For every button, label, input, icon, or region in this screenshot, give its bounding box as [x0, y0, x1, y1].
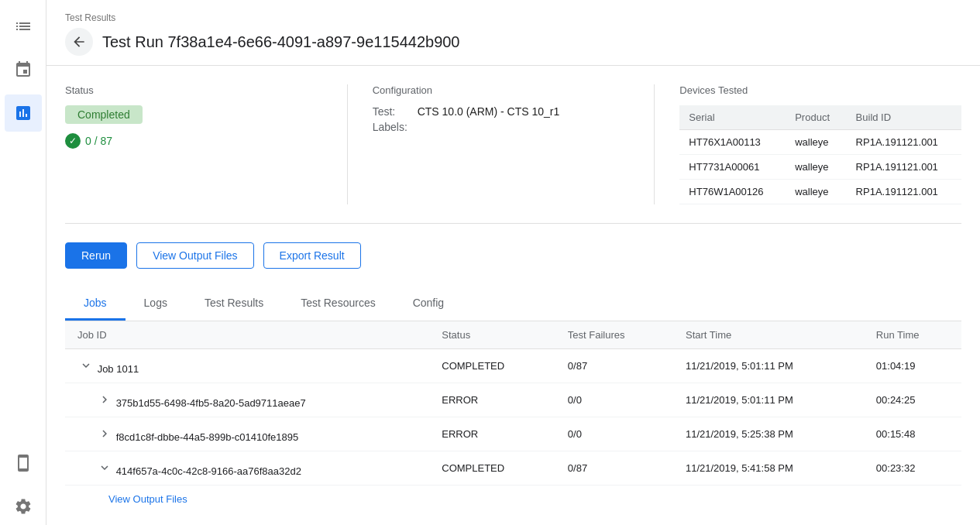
devices-label: Devices Tested — [679, 84, 961, 96]
job-start-time: 11/21/2019, 5:01:11 PM — [673, 349, 864, 383]
config-block: Configuration Test: CTS 10.0 (ARM) - CTS… — [347, 84, 655, 204]
job-id-cell: 375b1d55-6498-4fb5-8a20-5ad9711aeae7 — [65, 383, 429, 417]
status-block: Status Completed ✓ 0 / 87 — [65, 84, 347, 204]
job-run-time: 01:04:19 — [864, 349, 961, 383]
pass-icon: ✓ — [65, 133, 81, 149]
devices-block: Devices Tested Serial Product Build ID H… — [654, 84, 961, 204]
job-status: ERROR — [429, 417, 555, 451]
jobs-col-id: Job ID — [65, 321, 429, 349]
job-start-time: 11/21/2019, 5:41:58 PM — [673, 451, 864, 486]
tab-config[interactable]: Config — [394, 287, 462, 321]
job-status: COMPLETED — [429, 349, 555, 383]
job-id: 375b1d55-6498-4fb5-8a20-5ad9711aeae7 — [116, 397, 306, 409]
table-row: f8cd1c8f-dbbe-44a5-899b-c01410fe1895 ERR… — [65, 417, 961, 451]
status-label: Status — [65, 84, 347, 96]
job-failures: 0/0 — [555, 383, 673, 417]
job-run-time: 00:23:32 — [864, 451, 961, 486]
device-build-id: RP1A.191121.001 — [847, 180, 961, 204]
back-button[interactable] — [65, 28, 93, 56]
pass-count: ✓ 0 / 87 — [65, 133, 347, 149]
tabs: Jobs Logs Test Results Test Resources Co… — [65, 287, 961, 321]
expand-button[interactable] — [96, 425, 113, 442]
config-test-value: CTS 10.0 (ARM) - CTS 10_r1 — [418, 105, 560, 118]
tab-logs[interactable]: Logs — [126, 287, 186, 321]
rerun-button[interactable]: Rerun — [65, 242, 127, 269]
title-row: Test Run 7f38a1e4-6e66-4091-a897-9e11544… — [65, 28, 961, 56]
sidebar-item-list[interactable] — [5, 8, 42, 45]
job-run-time: 00:15:48 — [864, 417, 961, 451]
job-id-cell: Job 1011 — [65, 349, 429, 383]
col-build-id: Build ID — [847, 105, 961, 130]
export-button[interactable]: Export Result — [263, 242, 361, 269]
job-failures: 0/87 — [555, 451, 673, 486]
table-row: 375b1d55-6498-4fb5-8a20-5ad9711aeae7 ERR… — [65, 383, 961, 417]
sidebar-item-calendar[interactable] — [5, 51, 42, 88]
content-area: Status Completed ✓ 0 / 87 Configuration … — [46, 66, 980, 525]
view-output-files-link[interactable]: View Output Files — [65, 486, 961, 513]
job-id: Job 1011 — [98, 363, 139, 375]
job-id: f8cd1c8f-dbbe-44a5-899b-c01410fe1895 — [116, 431, 299, 443]
device-row: HT7731A00061 walleye RP1A.191121.001 — [679, 155, 961, 180]
job-run-time: 00:24:25 — [864, 383, 961, 417]
tab-jobs[interactable]: Jobs — [65, 287, 126, 321]
sidebar — [0, 0, 46, 525]
sidebar-item-phone[interactable] — [5, 444, 42, 482]
job-id: 414f657a-4c0c-42c8-9166-aa76f8aa32d2 — [116, 465, 301, 477]
device-serial: HT76X1A00113 — [679, 130, 786, 155]
pass-count-value: 0 / 87 — [85, 135, 112, 147]
config-labels-row: Labels: — [373, 121, 655, 133]
status-badge: Completed — [65, 105, 143, 124]
job-start-time: 11/21/2019, 5:01:11 PM — [673, 383, 864, 417]
table-row: 414f657a-4c0c-42c8-9166-aa76f8aa32d2 COM… — [65, 451, 961, 486]
job-status: COMPLETED — [429, 451, 555, 486]
action-buttons: Rerun View Output Files Export Result — [65, 242, 961, 269]
config-test-key: Test: — [373, 105, 411, 118]
job-failures: 0/0 — [555, 417, 673, 451]
job-failures: 0/87 — [555, 349, 673, 383]
device-product: walleye — [786, 155, 846, 180]
tab-test-resources[interactable]: Test Resources — [282, 287, 394, 321]
expand-button[interactable] — [96, 459, 113, 476]
device-build-id: RP1A.191121.001 — [847, 130, 961, 155]
jobs-col-status: Status — [429, 321, 555, 349]
sidebar-item-chart[interactable] — [5, 94, 42, 132]
device-product: walleye — [786, 130, 846, 155]
device-product: walleye — [786, 180, 846, 204]
config-label: Configuration — [373, 84, 655, 96]
device-serial: HT76W1A00126 — [679, 180, 786, 204]
config-labels-key: Labels: — [373, 121, 411, 133]
view-output-button[interactable]: View Output Files — [136, 242, 253, 269]
config-test-row: Test: CTS 10.0 (ARM) - CTS 10_r1 — [373, 105, 655, 118]
device-serial: HT7731A00061 — [679, 155, 786, 180]
header: Test Results Test Run 7f38a1e4-6e66-4091… — [46, 0, 980, 66]
page-title: Test Run 7f38a1e4-6e66-4091-a897-9e11544… — [102, 33, 460, 51]
job-start-time: 11/21/2019, 5:25:38 PM — [673, 417, 864, 451]
table-row: Job 1011 COMPLETED 0/87 11/21/2019, 5:01… — [65, 349, 961, 383]
info-section: Status Completed ✓ 0 / 87 Configuration … — [65, 84, 961, 224]
jobs-col-runtime: Run Time — [864, 321, 961, 349]
sidebar-item-settings[interactable] — [5, 488, 42, 525]
expand-button[interactable] — [96, 391, 113, 408]
job-id-cell: 414f657a-4c0c-42c8-9166-aa76f8aa32d2 — [65, 451, 429, 486]
col-product: Product — [786, 105, 846, 130]
breadcrumb: Test Results — [65, 12, 961, 23]
tab-test-results[interactable]: Test Results — [186, 287, 282, 321]
device-row: HT76X1A00113 walleye RP1A.191121.001 — [679, 130, 961, 155]
job-id-cell: f8cd1c8f-dbbe-44a5-899b-c01410fe1895 — [65, 417, 429, 451]
device-row: HT76W1A00126 walleye RP1A.191121.001 — [679, 180, 961, 204]
main-content: Test Results Test Run 7f38a1e4-6e66-4091… — [46, 0, 980, 525]
col-serial: Serial — [679, 105, 786, 130]
job-status: ERROR — [429, 383, 555, 417]
devices-table: Serial Product Build ID HT76X1A00113 wal… — [679, 105, 961, 204]
jobs-col-start: Start Time — [673, 321, 864, 349]
jobs-table: Job ID Status Test Failures Start Time R… — [65, 321, 961, 486]
device-build-id: RP1A.191121.001 — [847, 155, 961, 180]
expand-button[interactable] — [77, 357, 95, 374]
jobs-col-failures: Test Failures — [555, 321, 673, 349]
